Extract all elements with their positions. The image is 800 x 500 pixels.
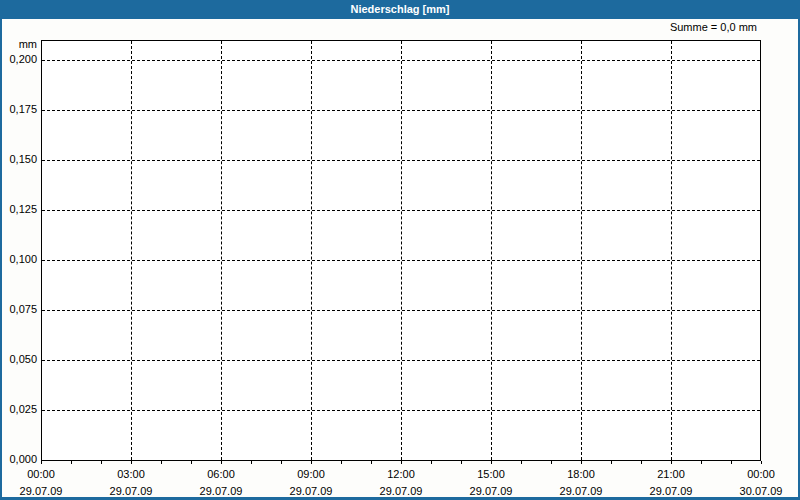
x-date-label: 29.07.09 — [110, 485, 153, 498]
x-tick-mark — [161, 461, 162, 464]
x-date-label: 30.07.09 — [740, 485, 783, 498]
x-tick-mark — [611, 461, 612, 464]
sum-annotation: Summe = 0,0 mm — [670, 21, 757, 34]
x-date-label: 29.07.09 — [470, 485, 513, 498]
x-time-label: 00:00 — [27, 468, 55, 481]
x-tick-mark — [41, 461, 42, 464]
x-tick-mark — [71, 461, 72, 464]
x-tick-mark — [281, 461, 282, 464]
x-time-label: 06:00 — [207, 468, 235, 481]
x-gridline — [581, 41, 582, 460]
x-tick-mark — [521, 461, 522, 464]
plot-area — [41, 40, 761, 461]
x-date-label: 29.07.09 — [290, 485, 333, 498]
x-tick-mark — [401, 461, 402, 464]
x-tick-mark — [101, 461, 102, 464]
x-tick-mark — [701, 461, 702, 464]
y-tick-label: 0,100 — [0, 253, 37, 266]
x-time-label: 09:00 — [297, 468, 325, 481]
y-tick-label: 0,175 — [0, 103, 37, 116]
x-date-label: 29.07.09 — [650, 485, 693, 498]
x-tick-mark — [761, 461, 762, 464]
x-tick-mark — [341, 461, 342, 464]
y-tick-label: 0,025 — [0, 403, 37, 416]
x-tick-mark — [491, 461, 492, 464]
x-date-label: 29.07.09 — [200, 485, 243, 498]
x-gridline — [311, 41, 312, 460]
y-tick-label: 0,000 — [0, 453, 37, 466]
x-gridline — [131, 41, 132, 460]
y-tick-label: 0,150 — [0, 153, 37, 166]
x-tick-mark — [131, 461, 132, 464]
x-gridline — [401, 41, 402, 460]
x-time-label: 18:00 — [567, 468, 595, 481]
x-time-label: 03:00 — [117, 468, 145, 481]
x-date-label: 29.07.09 — [560, 485, 603, 498]
y-tick-label: 0,200 — [0, 53, 37, 66]
x-date-label: 29.07.09 — [20, 485, 63, 498]
x-tick-mark — [731, 461, 732, 464]
x-tick-mark — [371, 461, 372, 464]
y-tick-label: 0,075 — [0, 303, 37, 316]
x-time-label: 21:00 — [657, 468, 685, 481]
y-tick-label: 0,125 — [0, 203, 37, 216]
x-tick-mark — [311, 461, 312, 464]
x-tick-mark — [671, 461, 672, 464]
x-time-label: 15:00 — [477, 468, 505, 481]
x-gridline — [221, 41, 222, 460]
x-tick-mark — [461, 461, 462, 464]
chart-window: Niederschlag [mm] Summe = 0,0 mm mm 0,20… — [0, 0, 800, 500]
x-date-label: 29.07.09 — [380, 485, 423, 498]
y-axis-unit-label: mm — [0, 38, 37, 50]
x-gridline — [671, 41, 672, 460]
y-tick-label: 0,050 — [0, 353, 37, 366]
x-time-label: 12:00 — [387, 468, 415, 481]
x-gridline — [491, 41, 492, 460]
x-tick-mark — [431, 461, 432, 464]
x-tick-mark — [251, 461, 252, 464]
x-time-label: 00:00 — [747, 468, 775, 481]
x-tick-mark — [191, 461, 192, 464]
x-tick-mark — [221, 461, 222, 464]
chart-title-bar: Niederschlag [mm] — [0, 0, 800, 19]
x-tick-mark — [641, 461, 642, 464]
x-tick-mark — [581, 461, 582, 464]
x-tick-mark — [551, 461, 552, 464]
